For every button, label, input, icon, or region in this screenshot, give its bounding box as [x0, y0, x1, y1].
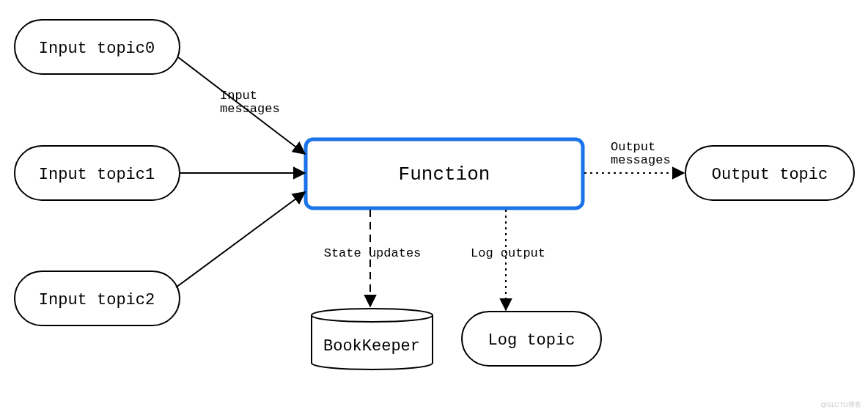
- node-label: Input topic2: [39, 291, 155, 309]
- node-label: BookKeeper: [323, 337, 420, 356]
- edge-input2-function: [176, 192, 305, 287]
- node-label: Input topic1: [39, 166, 155, 184]
- node-label: Input topic0: [39, 40, 155, 58]
- node-function: Function: [306, 139, 583, 208]
- node-output-topic: Output topic: [685, 146, 854, 200]
- node-bookkeeper: BookKeeper: [312, 309, 433, 369]
- watermark: @51CTO博客: [820, 401, 861, 408]
- node-label: Output topic: [712, 166, 828, 184]
- node-log-topic: Log topic: [462, 312, 601, 366]
- diagram-canvas: Input topic0 Input topic1 Input topic2 F…: [0, 0, 868, 412]
- node-input-topic2: Input topic2: [15, 271, 180, 325]
- label-output-messages: Output messages: [611, 140, 671, 167]
- label-log-output: Log output: [471, 246, 545, 260]
- node-label: Function: [399, 163, 490, 185]
- label-state-updates: State updates: [324, 246, 422, 260]
- node-input-topic0: Input topic0: [15, 20, 180, 74]
- label-input-messages: Input messages: [220, 89, 280, 116]
- node-label: Log topic: [488, 331, 575, 350]
- node-input-topic1: Input topic1: [15, 146, 180, 200]
